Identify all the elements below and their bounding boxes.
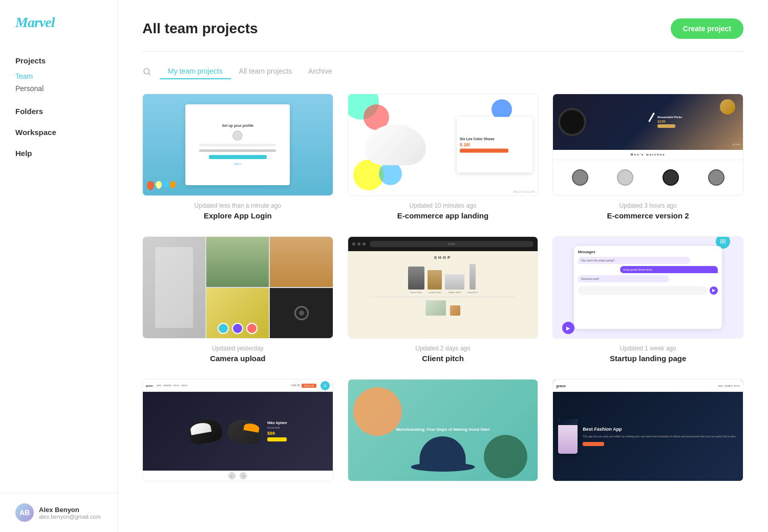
shoe-buy-btn [460, 148, 508, 152]
reply-row: ▶ [578, 286, 718, 295]
nike-footer: ← → [143, 471, 333, 481]
shop-name: SHOP [434, 255, 452, 260]
shop-header: SHOP [348, 237, 538, 251]
page-title: All team projects [142, 20, 258, 37]
project-card-client-pitch[interactable]: SHOP SHOP Thonet Chair Leather Chair [348, 236, 539, 363]
projects-grid: Set up your profile log in Updated less … [142, 94, 743, 487]
sidebar-item-folders[interactable]: Folders [15, 107, 102, 116]
sidebar-navigation: Projects Team Personal Folders Workspace… [0, 41, 117, 493]
mono-headline: Monobranding: Few Steps of Making Good S… [376, 427, 509, 432]
nav-men: MEN [157, 384, 161, 387]
projects-section-label: Projects [15, 56, 102, 65]
project-name-explore: Explore App Login [142, 211, 333, 220]
svg-point-0 [144, 69, 150, 74]
project-thumbnail-collage [142, 236, 333, 339]
msg-bubble-3: Awesome work! [578, 275, 669, 282]
project-thumbnail-messages: ✉ Messages Hey, how's the project going?… [552, 236, 743, 339]
fashion-desc: This app lets you style your editor by c… [583, 435, 738, 439]
nav-signup: SIGN UP [302, 384, 316, 388]
shoe-left [188, 420, 222, 443]
avatar-image: AB [15, 503, 34, 522]
mock-input-2 [199, 149, 276, 152]
project-card-ecommerce-landing[interactable]: Six Lee Color Shoes $ 28! MULTICOLOR Upd… [348, 94, 539, 220]
mock-link: log in [234, 162, 241, 165]
main-content: All team projects Create project My team… [118, 0, 768, 532]
msg-bubble-1: Hey, how's the project going? [578, 257, 690, 264]
sidebar-item-help[interactable]: Help [15, 149, 102, 158]
fashion-content: Best Fashion App This app lets you style… [583, 427, 738, 446]
brand-grace: grace [733, 143, 740, 146]
avatar[interactable]: AB [15, 503, 34, 522]
project-updated-explore: Updated less than a minute ago [142, 202, 333, 209]
mock-title: Set up your profile [222, 124, 253, 127]
project-thumbnail-nike: grace MEN WOMEN BOYS GIRLS LOG IN SIGN U… [142, 379, 333, 481]
nike-brand: Nike Aptare [267, 421, 287, 425]
mono-green-circle [484, 435, 527, 478]
shoe-info: Nike Aptare Essential $89 [267, 421, 287, 441]
project-card-ecommerce-v2[interactable]: grace Rosendahl Picks $199 Men's watches [552, 94, 743, 220]
svg-line-1 [148, 73, 150, 75]
create-project-button[interactable]: Create project [671, 18, 743, 39]
watch-price: $199 [657, 120, 682, 123]
sidebar-item-team[interactable]: Team [15, 70, 102, 82]
shelf-label: Shelton Shelf [449, 291, 461, 294]
leather-label: Leather Chair [429, 291, 441, 294]
tab-all-team-projects[interactable]: All team projects [231, 64, 300, 79]
project-updated-startup: Updated 1 week ago [552, 345, 743, 352]
project-updated-shop: Updated 2 days ago [348, 345, 539, 352]
project-thumbnail-shop: SHOP SHOP Thonet Chair Leather Chair [348, 236, 539, 339]
search-button[interactable] [142, 67, 152, 76]
project-name-startup: Startup landing page [552, 354, 743, 363]
project-card-nike[interactable]: grace MEN WOMEN BOYS GIRLS LOG IN SIGN U… [142, 379, 333, 487]
fashion-nav-1: MEN [718, 385, 723, 387]
fashion-nav-2: WOMEN [724, 385, 733, 387]
project-card-mono[interactable]: Monobranding: Few Steps of Making Good S… [348, 379, 539, 487]
user-email: alex.benyon@gmail.com [39, 514, 101, 520]
nav-boys: BOYS [174, 384, 179, 387]
lamp-label: Lamp Floor [467, 291, 478, 294]
collage-cell-2 [206, 237, 269, 287]
header-divider [142, 51, 743, 52]
nike-logo-grace: grace [146, 384, 153, 387]
project-updated-ecommerce: Updated 10 minutes ago [348, 202, 539, 209]
collage-avatars [143, 323, 333, 334]
project-name-ecommerce: E-commerce app landing [348, 211, 539, 220]
user-name: Alex Benyon [39, 506, 101, 514]
project-name-watches: E-commerce version 2 [552, 211, 743, 220]
project-card-fashion[interactable]: grace MEN WOMEN BOYS Best Fashion App Th… [552, 379, 743, 487]
fashion-body: Best Fashion App This app lets you style… [553, 392, 743, 481]
project-name-collage: Camera upload [142, 354, 333, 363]
tab-archive[interactable]: Archive [300, 64, 340, 79]
nike-body: Nike Aptare Essential $89 [143, 392, 333, 471]
play-button: ▶ [562, 322, 574, 334]
sidebar-item-personal[interactable]: Personal [15, 82, 102, 95]
nav-girls: GIRLS [181, 384, 187, 387]
tab-my-team-projects[interactable]: My team projects [160, 64, 231, 79]
project-thumbnail-explore: Set up your profile log in [142, 94, 333, 196]
fashion-logo-text: grace [556, 384, 566, 388]
project-thumbnail-ecommerce: Six Lee Color Shoes $ 28! MULTICOLOR [348, 94, 539, 196]
project-card-explore-app-login[interactable]: Set up your profile log in Updated less … [142, 94, 333, 220]
project-updated-watches: Updated 3 hours ago [552, 202, 743, 209]
nike-model: Essential [267, 426, 287, 429]
messages-title: Messages [578, 250, 718, 254]
sidebar-footer: AB Alex Benyon alex.benyon@gmail.com [0, 493, 117, 532]
mono-hat [411, 436, 475, 472]
project-card-camera-upload[interactable]: Updated yesterday Camera upload [142, 236, 333, 363]
sidebar-item-workspace[interactable]: Workspace [15, 128, 102, 137]
nav-avatar: A [321, 381, 330, 390]
watch-brand-label: Rosendahl Picks [657, 116, 682, 119]
project-name-shop: Client pitch [348, 354, 539, 363]
fashion-phone-mockup [558, 419, 578, 454]
nav-login: LOG IN [291, 384, 300, 388]
logo-area: Marvel [0, 0, 117, 41]
search-icon [142, 67, 152, 76]
chair-label: Thonet Chair [410, 291, 422, 294]
collage-cell-3 [270, 237, 332, 287]
sidebar: Marvel Projects Team Personal Folders Wo… [0, 0, 118, 532]
nike-buy-btn [267, 437, 287, 441]
shoe-price: $ 28! [460, 142, 529, 147]
project-thumbnail-fashion: grace MEN WOMEN BOYS Best Fashion App Th… [552, 379, 743, 481]
nike-header: grace MEN WOMEN BOYS GIRLS LOG IN SIGN U… [143, 380, 333, 392]
project-card-startup[interactable]: ✉ Messages Hey, how's the project going?… [552, 236, 743, 363]
